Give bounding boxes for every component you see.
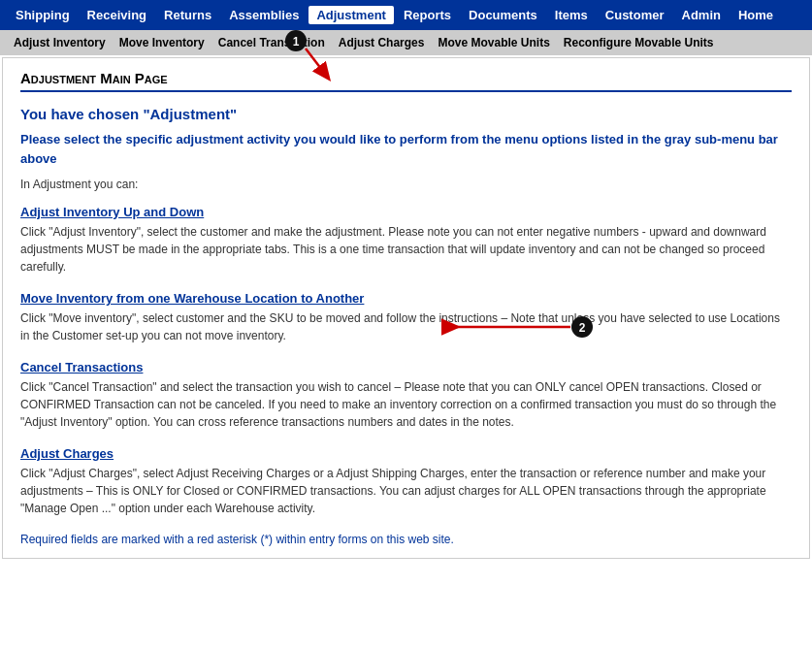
in-adj-text: In Adjustment you can: bbox=[20, 178, 792, 191]
subnav-adjust-inventory[interactable]: Adjust Inventory bbox=[8, 34, 112, 51]
nav-returns[interactable]: Returns bbox=[156, 6, 219, 24]
section-adjust-charges-title[interactable]: Adjust Charges bbox=[20, 446, 114, 461]
subnav-cancel-transaction[interactable]: Cancel Transaction bbox=[212, 34, 331, 51]
section-adjust-inventory-title[interactable]: Adjust Inventory Up and Down bbox=[20, 205, 204, 219]
section-move-inventory: Move Inventory from one Warehouse Locati… bbox=[20, 291, 792, 344]
nav-documents[interactable]: Documents bbox=[461, 6, 545, 24]
top-nav: Shipping Receiving Returns Assemblies Ad… bbox=[0, 0, 812, 30]
section-adjust-inventory: Adjust Inventory Up and Down Click "Adju… bbox=[20, 205, 792, 276]
nav-home[interactable]: Home bbox=[731, 6, 781, 24]
section-cancel-transactions: Cancel Transactions Click "Cancel Transa… bbox=[20, 360, 792, 431]
section-adjust-charges-body: Click "Adjust Charges", select Adjust Re… bbox=[20, 465, 792, 517]
page-wrapper: 1 2 Shipping Receiving Returns Assemblie… bbox=[0, 0, 812, 559]
subnav-move-movable-units[interactable]: Move Movable Units bbox=[432, 34, 555, 51]
section-adjust-charges: Adjust Charges Click "Adjust Charges", s… bbox=[20, 446, 792, 517]
nav-shipping[interactable]: Shipping bbox=[8, 6, 78, 24]
subnav-adjust-charges[interactable]: Adjust Charges bbox=[333, 34, 431, 51]
section-move-inventory-body: Click "Move inventory", select customer … bbox=[20, 309, 792, 344]
footer-note: Required fields are marked with a red as… bbox=[20, 533, 792, 546]
subnav-reconfigure-movable-units[interactable]: Reconfigure Movable Units bbox=[558, 34, 720, 51]
nav-admin[interactable]: Admin bbox=[674, 6, 729, 24]
sub-nav: Adjust Inventory Move Inventory Cancel T… bbox=[0, 30, 812, 55]
main-content: Adjustment Main Page You have chosen "Ad… bbox=[2, 57, 810, 559]
nav-reports[interactable]: Reports bbox=[396, 6, 459, 24]
subnav-move-inventory[interactable]: Move Inventory bbox=[114, 34, 211, 51]
nav-adjustment[interactable]: Adjustment bbox=[309, 6, 394, 24]
nav-receiving[interactable]: Receiving bbox=[80, 6, 154, 24]
intro-desc: Please select the specific adjustment ac… bbox=[20, 130, 792, 168]
section-cancel-transactions-body: Click "Cancel Transaction" and select th… bbox=[20, 378, 792, 431]
section-move-inventory-title[interactable]: Move Inventory from one Warehouse Locati… bbox=[20, 291, 364, 306]
nav-assemblies[interactable]: Assemblies bbox=[221, 6, 307, 24]
nav-customer[interactable]: Customer bbox=[598, 6, 672, 24]
section-adjust-inventory-body: Click "Adjust Inventory", select the cus… bbox=[20, 223, 792, 276]
page-title: Adjustment Main Page bbox=[20, 70, 792, 92]
nav-items[interactable]: Items bbox=[547, 6, 596, 24]
intro-heading: You have chosen "Adjustment" bbox=[20, 106, 792, 122]
section-cancel-transactions-title[interactable]: Cancel Transactions bbox=[20, 360, 143, 374]
